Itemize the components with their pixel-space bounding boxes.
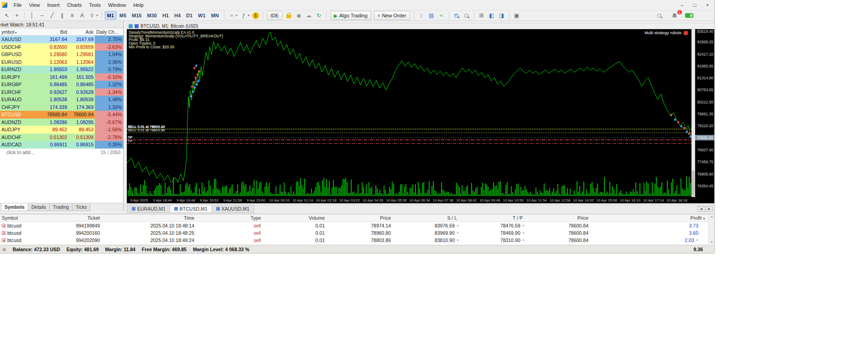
market-watch-row-usdchf[interactable]: USDCHF0.826500.82659-3.63%	[0, 43, 123, 51]
scrollbar-thumb[interactable]	[692, 170, 695, 196]
trendline-icon[interactable]: ╱	[47, 11, 57, 20]
position-row[interactable]: btcusd9942020902025.04.10 18:49:24sell0.…	[0, 237, 708, 244]
remove-sl-icon[interactable]: ×	[457, 238, 459, 243]
market-watch-row-btcusd[interactable]: BTCUSD78580.8478600.84-5.44%	[0, 111, 123, 119]
market-watch-row-eurnzd[interactable]: EURNZD1.955031.955220.79%	[0, 66, 123, 73]
toolbox-scrollbar[interactable]: ▲ ▼	[708, 214, 715, 244]
remove-tp-icon[interactable]: ×	[522, 238, 525, 243]
column-header-price[interactable]: Price	[327, 215, 394, 221]
column-header-daily-change[interactable]: Daily Ch...	[95, 29, 124, 35]
column-header-tp[interactable]: T / P	[460, 215, 525, 221]
dock-panel-right-icon[interactable]: ◨	[497, 11, 506, 20]
cloud-icon[interactable]: ☁	[304, 11, 313, 20]
signal-icon[interactable]: ◉	[294, 11, 303, 20]
menu-file[interactable]: File	[10, 1, 26, 9]
market-watch-row-audcad[interactable]: AUDCAD0.869110.869150.35%	[0, 141, 123, 149]
tab-trading[interactable]: Trading	[49, 203, 73, 211]
tile-windows-icon[interactable]: ⊞	[477, 11, 486, 20]
refresh-icon[interactable]: ↻	[314, 11, 323, 20]
timeframe-m1[interactable]: M1	[105, 11, 116, 20]
market-watch-row-eurchf[interactable]: EURCHF0.926270.92628-1.34%	[0, 88, 123, 96]
profit-filter-icon[interactable]: ▼	[702, 217, 706, 220]
timeframe-d1[interactable]: D1	[184, 11, 195, 20]
market-watch-row-eurgbp[interactable]: EURGBP0.864850.864851.32%	[0, 81, 123, 88]
chart-plot[interactable]: SteadyTrendMomentumScalp EA v1.0Strategy…	[127, 29, 691, 197]
notifications-icon[interactable]: 1	[670, 11, 679, 20]
tab-symbols[interactable]: Symbols	[1, 203, 28, 211]
tab-ticks[interactable]: Ticks	[72, 203, 90, 211]
tab-scroll-right-icon[interactable]: ►	[706, 206, 713, 212]
chart-vertical-scrollbar[interactable]	[691, 29, 695, 197]
chart-type-icon[interactable]: ≈	[227, 11, 236, 20]
price-scale[interactable]: 83519.4082968.2582417.1081865.9581314.80…	[695, 29, 715, 197]
zoom-in-icon[interactable]	[452, 11, 461, 20]
market-watch-row-audnzd[interactable]: AUDNZD1.082861.08295-0.67%	[0, 119, 123, 126]
text-label-icon[interactable]: A	[78, 11, 87, 20]
column-header-volume[interactable]: Volume	[264, 215, 327, 221]
shapes-icon[interactable]: ◊	[88, 11, 97, 20]
market-watch-add-row[interactable]: click to add... 15 / 2050	[0, 149, 123, 156]
column-header-price[interactable]: Price	[525, 215, 591, 221]
indicators-icon[interactable]: ƒ	[239, 11, 248, 20]
zoom-out-icon[interactable]	[462, 11, 471, 20]
chart-tab-btcusd-m1[interactable]: BTCUSD,M1	[170, 205, 212, 213]
ide-button[interactable]: IDE	[267, 11, 282, 20]
column-header-type[interactable]: Type	[197, 215, 264, 221]
market-watch-row-eurjpy[interactable]: EURJPY161.499161.505-0.10%	[0, 73, 123, 81]
column-header-ticket[interactable]: Ticket	[41, 215, 103, 221]
new-order-button[interactable]: +New Order	[374, 11, 410, 20]
close-position-icon[interactable]: ×	[696, 238, 698, 243]
market-watch-row-audjpy[interactable]: AUDJPY89.45289.453-1.56%	[0, 126, 123, 134]
timeframe-m5[interactable]: M5	[117, 11, 129, 20]
channel-icon[interactable]: ∥	[57, 11, 67, 20]
column-header-symbol[interactable]: ymbol▾	[0, 29, 33, 35]
menu-view[interactable]: View	[26, 1, 44, 9]
remove-sl-icon[interactable]: ×	[457, 231, 459, 235]
time-scale[interactable]: 9 Apr 20259 Apr 18:449 Apr 19:489 Apr 20…	[127, 197, 715, 203]
cursor-icon[interactable]: ↖	[2, 11, 11, 20]
maximize-icon[interactable]: □	[689, 1, 701, 9]
sort-by-time-icon[interactable]: ↕	[417, 11, 426, 20]
timeframe-m15[interactable]: M15	[130, 11, 144, 20]
position-row[interactable]: btcusd9941998492025.04.10 18:48:14sell0.…	[0, 222, 708, 229]
tab-scroll-left-icon[interactable]: ◄	[697, 206, 705, 212]
market-watch-row-audchf[interactable]: AUDCHF0.513020.51308-2.78%	[0, 134, 123, 141]
timeframe-m30[interactable]: M30	[145, 11, 159, 20]
add-symbol-label[interactable]: click to add...	[6, 150, 34, 155]
chart-canvas[interactable]	[127, 29, 691, 197]
menu-window[interactable]: Window	[104, 1, 130, 9]
market-watch-row-eurusd[interactable]: EURUSD1.120631.120642.36%	[0, 58, 123, 66]
tab-details[interactable]: Details	[28, 203, 50, 211]
position-row[interactable]: btcusd9942001602025.04.10 18:48:25sell0.…	[0, 229, 708, 237]
dock-panel-left-icon[interactable]: ◧	[487, 11, 496, 20]
vertical-line-icon[interactable]: │	[27, 11, 36, 20]
timeframe-w1[interactable]: W1	[196, 11, 208, 20]
market-watch-row-chfjpy[interactable]: CHFJPY174.339174.3691.33%	[0, 103, 123, 111]
column-header-profit[interactable]: Profit▼	[591, 215, 708, 221]
menu-insert[interactable]: Insert	[43, 1, 63, 9]
column-header-ask[interactable]: Ask	[68, 29, 95, 35]
search-icon[interactable]	[655, 11, 664, 20]
remove-sl-icon[interactable]: ×	[457, 223, 459, 228]
chart-tab-euraud-m1[interactable]: EURAUD,M1	[127, 205, 170, 213]
close-icon[interactable]: ×	[702, 1, 713, 9]
remove-tp-icon[interactable]: ×	[522, 231, 525, 235]
column-header-sl[interactable]: S / L	[394, 215, 460, 221]
crosshair-icon[interactable]: +	[12, 11, 21, 20]
market-depth-icon[interactable]: ▤	[427, 11, 436, 20]
menu-tools[interactable]: Tools	[85, 1, 104, 9]
lock-icon[interactable]	[284, 11, 293, 20]
column-header-time[interactable]: Time	[103, 215, 197, 221]
market-watch-row-euraud[interactable]: EURAUD1.805381.805391.49%	[0, 96, 123, 103]
market-watch-row-gbpusd[interactable]: GBPUSD1.295801.295811.04%	[0, 51, 123, 58]
chart-tab-xauusd-m1[interactable]: XAUUSD,M1	[212, 205, 254, 213]
dollar-icon[interactable]: $	[252, 12, 259, 19]
fibonacci-icon[interactable]: ≡	[68, 11, 77, 20]
horizontal-line-icon[interactable]: ─	[37, 11, 47, 20]
scroll-up-icon[interactable]: ▲	[711, 215, 713, 218]
timeframe-h4[interactable]: H4	[172, 11, 183, 20]
remove-tp-icon[interactable]: ×	[522, 223, 525, 228]
scroll-down-icon[interactable]: ▼	[711, 241, 713, 243]
tick-chart-icon[interactable]: ≈	[437, 11, 446, 20]
expand-summary-icon[interactable]: ⊕	[2, 247, 6, 252]
